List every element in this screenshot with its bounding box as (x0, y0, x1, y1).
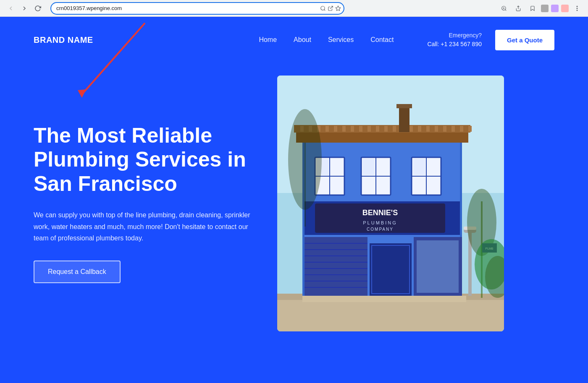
svg-rect-34 (418, 126, 421, 132)
emergency-info: Emergency? Call: +1 234 567 890 (427, 31, 482, 49)
address-bar[interactable] (50, 2, 344, 15)
svg-line-1 (330, 6, 333, 8)
svg-marker-2 (336, 6, 341, 10)
svg-rect-71 (370, 243, 412, 296)
svg-rect-28 (368, 126, 371, 132)
bookmark-button[interactable] (527, 3, 538, 14)
get-quote-button[interactable]: Get a Quote (495, 30, 554, 50)
zoom-button[interactable] (498, 3, 510, 14)
back-button[interactable] (5, 3, 17, 14)
nav-right: Emergency? Call: +1 234 567 890 Get a Qu… (427, 30, 554, 50)
address-bar-icons (320, 5, 341, 11)
browser-right-icons (498, 3, 583, 14)
svg-rect-74 (417, 240, 459, 293)
svg-rect-50 (363, 159, 375, 175)
emergency-phone: Call: +1 234 567 890 (427, 40, 482, 49)
svg-rect-83 (399, 105, 410, 132)
svg-text:PLUMBING: PLUMBING (363, 220, 397, 225)
share-button[interactable] (512, 3, 524, 14)
callback-button[interactable]: Request a Callback (34, 261, 121, 283)
svg-point-8 (577, 8, 577, 8)
extension-icon-1[interactable] (541, 5, 549, 12)
svg-point-0 (321, 6, 325, 10)
hero-section: The Most Reliable Plumbing Services in S… (0, 63, 588, 357)
svg-rect-55 (413, 159, 425, 175)
nav-links: Home About Services Contact (259, 36, 394, 44)
forward-button[interactable] (18, 3, 30, 14)
nav-services[interactable]: Services (328, 36, 354, 43)
svg-point-9 (577, 10, 577, 10)
svg-rect-31 (393, 126, 396, 132)
svg-rect-25 (342, 126, 346, 132)
svg-rect-35 (426, 126, 430, 132)
address-bar-wrapper (50, 2, 344, 15)
reload-button[interactable] (32, 3, 44, 14)
svg-text:BENNIE'S: BENNIE'S (362, 208, 398, 217)
svg-rect-38 (452, 126, 455, 132)
svg-rect-14 (277, 298, 504, 331)
svg-rect-37 (443, 126, 446, 132)
hero-description: We can supply you with top of the line p… (34, 209, 260, 244)
hero-image: BENNIE'S PLUMBING COMPANY (277, 76, 504, 331)
extension-icon-3[interactable] (561, 5, 569, 12)
hero-title: The Most Reliable Plumbing Services in S… (34, 124, 260, 196)
svg-rect-29 (376, 126, 379, 132)
website: BRAND NAME Home About Services Contact E… (0, 17, 588, 383)
emergency-label: Emergency? (427, 31, 482, 40)
menu-button[interactable] (571, 3, 583, 14)
nav-buttons (5, 3, 44, 14)
svg-rect-30 (384, 126, 388, 132)
nav-about[interactable]: About (294, 36, 311, 43)
svg-rect-84 (396, 104, 412, 108)
svg-rect-26 (351, 126, 354, 132)
svg-point-80 (288, 109, 322, 210)
svg-rect-39 (460, 126, 463, 132)
hero-content: The Most Reliable Plumbing Services in S… (34, 124, 277, 283)
svg-rect-75 (302, 296, 466, 302)
nav-home[interactable]: Home (259, 36, 277, 43)
extension-icon-2[interactable] (551, 5, 559, 12)
nav-contact[interactable]: Contact (370, 36, 394, 43)
brand-name: BRAND NAME (34, 35, 93, 45)
svg-rect-24 (334, 126, 337, 132)
browser-chrome (0, 0, 588, 17)
svg-point-7 (577, 6, 577, 6)
navbar: BRAND NAME Home About Services Contact E… (0, 17, 588, 63)
svg-rect-23 (326, 126, 329, 132)
svg-rect-36 (435, 126, 438, 132)
svg-rect-33 (410, 126, 413, 132)
svg-text:COMPANY: COMPANY (367, 227, 394, 232)
svg-rect-40 (468, 126, 472, 132)
svg-rect-27 (359, 126, 362, 132)
